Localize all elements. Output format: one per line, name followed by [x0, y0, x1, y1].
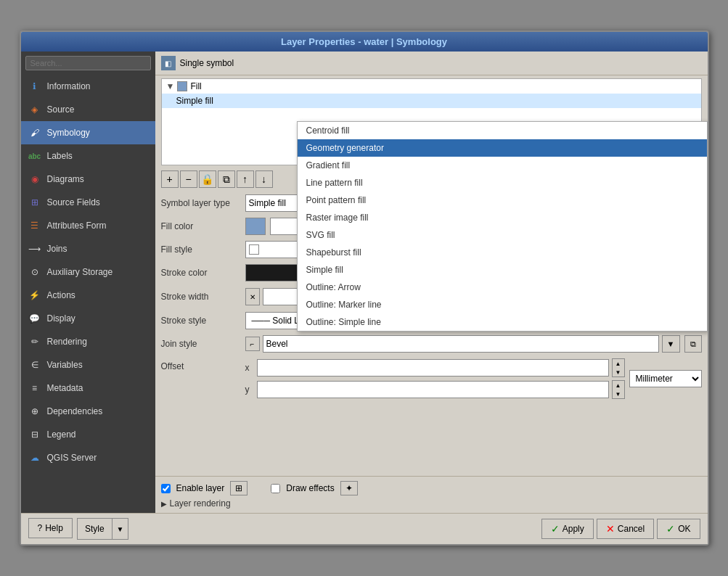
fill-color-swatch[interactable]: [245, 218, 266, 235]
layer-rendering-row[interactable]: ▶ Layer rendering: [161, 498, 702, 509]
cancel-label: Cancel: [618, 524, 645, 534]
dropdown-item-line-pattern-fill[interactable]: Line pattern fill: [298, 174, 707, 192]
offset-y-label: y: [245, 384, 254, 395]
dropdown-item-geometry-generator[interactable]: Geometry generator: [298, 139, 707, 157]
dropdown-item-outline-simple-line[interactable]: Outline: Simple line: [298, 313, 707, 331]
sidebar-label-symbology: Symbology: [47, 128, 90, 138]
offset-unit-select[interactable]: Millimeter Pixel: [629, 370, 702, 387]
sidebar-label-joins: Joins: [47, 244, 68, 254]
auxiliary-storage-icon: ⊙: [28, 266, 41, 279]
layer-rendering-triangle: ▶: [161, 500, 167, 508]
display-icon: 💬: [28, 312, 41, 325]
add-layer-button[interactable]: +: [161, 170, 179, 188]
offset-y-up-btn[interactable]: ▲: [613, 381, 624, 390]
draw-effects-icon-btn[interactable]: ✦: [340, 481, 358, 495]
tree-item-fill[interactable]: ▼ Fill: [162, 79, 701, 94]
attributes-form-icon: ☰: [28, 219, 41, 232]
apply-checkmark-icon: ✓: [551, 523, 560, 535]
sidebar-label-actions: Actions: [47, 290, 75, 300]
join-style-display: Bevel: [263, 335, 659, 353]
cancel-button[interactable]: ✕ Cancel: [597, 519, 654, 539]
sidebar-item-auxiliary-storage[interactable]: ⊙ Auxiliary Storage: [21, 260, 155, 284]
sidebar-item-source[interactable]: ◈ Source: [21, 98, 155, 121]
sidebar-item-source-fields[interactable]: ⊞ Source Fields: [21, 191, 155, 214]
offset-x-up-btn[interactable]: ▲: [613, 359, 624, 368]
duplicate-layer-button[interactable]: ⧉: [218, 170, 235, 188]
sidebar-item-display[interactable]: 💬 Display: [21, 307, 155, 330]
draw-effects-checkbox[interactable]: [271, 484, 280, 493]
joins-icon: ⟶: [28, 242, 41, 255]
dropdown-item-shapeburst-fill[interactable]: Shapeburst fill: [298, 244, 707, 261]
sidebar-item-qgis-server[interactable]: ☁ QGIS Server: [21, 446, 155, 469]
main-area: ℹ Information ◈ Source 🖌 Symbology abc L…: [21, 52, 708, 513]
title-bar: Layer Properties - water | Symbology: [21, 32, 708, 52]
offset-y-down-btn[interactable]: ▼: [613, 390, 624, 398]
rendering-icon: ✏: [28, 335, 41, 348]
stroke-style-label: Stroke style: [161, 316, 241, 326]
sidebar-label-qgis-server: QGIS Server: [47, 453, 97, 463]
bottom-bar: Enable layer ⊞ Draw effects ✦ ▶ Layer re…: [155, 476, 708, 513]
symbol-type-dropdown: Centroid fill Geometry generator Gradien…: [297, 121, 708, 332]
style-group: Style ▼: [77, 518, 129, 540]
stroke-width-clear-btn[interactable]: ✕: [245, 288, 260, 305]
move-down-button[interactable]: ↓: [255, 170, 273, 188]
sidebar-item-diagrams[interactable]: ◉ Diagrams: [21, 168, 155, 191]
search-input[interactable]: [25, 56, 151, 70]
dropdown-item-outline-arrow[interactable]: Outline: Arrow: [298, 279, 707, 296]
apply-label: Apply: [563, 524, 584, 534]
join-style-copy-btn[interactable]: ⧉: [684, 335, 702, 353]
sidebar-item-rendering[interactable]: ✏ Rendering: [21, 330, 155, 353]
variables-icon: ∈: [28, 358, 41, 371]
sidebar-item-legend[interactable]: ⊟ Legend: [21, 423, 155, 446]
dialog-title: Layer Properties - water | Symbology: [281, 36, 447, 47]
enable-layer-checkbox[interactable]: [161, 484, 171, 493]
search-bar: [21, 52, 155, 75]
fill-style-box: [249, 244, 259, 255]
offset-x-input[interactable]: 0.000000: [257, 359, 609, 377]
offset-y-input[interactable]: 0.000000: [257, 381, 609, 398]
dropdown-item-outline-marker-line[interactable]: Outline: Marker line: [298, 296, 707, 313]
sidebar-item-metadata[interactable]: ≡ Metadata: [21, 377, 155, 400]
dropdown-item-point-pattern-fill[interactable]: Point pattern fill: [298, 192, 707, 209]
stroke-color-label: Stroke color: [161, 268, 241, 278]
sidebar-item-information[interactable]: ℹ Information: [21, 75, 155, 98]
offset-y-row: y 0.000000 ▲ ▼: [245, 380, 625, 399]
footer-right: ✓ Apply ✕ Cancel ✓ OK: [541, 519, 700, 539]
offset-row: Offset x 0.000000 ▲ ▼ y 0.000000: [161, 358, 702, 399]
sidebar-item-labels[interactable]: abc Labels: [21, 144, 155, 168]
sidebar-item-actions[interactable]: ⚡ Actions: [21, 284, 155, 307]
dropdown-item-centroid-fill[interactable]: Centroid fill: [298, 122, 707, 139]
dropdown-item-svg-fill[interactable]: SVG fill: [298, 226, 707, 244]
dropdown-item-raster-image-fill[interactable]: Raster image fill: [298, 209, 707, 226]
sidebar-item-joins[interactable]: ⟶ Joins: [21, 237, 155, 260]
help-button[interactable]: ? Help: [28, 518, 73, 538]
tree-item-simple-fill[interactable]: Simple fill: [162, 94, 701, 108]
join-style-dropdown-btn[interactable]: ▼: [662, 335, 680, 353]
fill-color-preview: [177, 81, 187, 91]
enable-layer-icon-btn[interactable]: ⊞: [230, 481, 248, 495]
ok-button[interactable]: ✓ OK: [657, 519, 700, 539]
sidebar-item-variables[interactable]: ∈ Variables: [21, 353, 155, 377]
symbology-icon: 🖌: [28, 126, 41, 139]
lock-layer-button[interactable]: 🔒: [199, 170, 216, 188]
style-dropdown-arrow[interactable]: ▼: [112, 519, 128, 539]
offset-x-down-btn[interactable]: ▼: [613, 368, 624, 377]
join-style-controls: ⌐ Bevel ▼: [245, 335, 680, 353]
help-icon: ?: [38, 523, 43, 533]
join-style-row: Join style ⌐ Bevel ▼ ⧉: [161, 335, 702, 353]
style-button[interactable]: Style: [78, 519, 112, 539]
sidebar-item-attributes-form[interactable]: ☰ Attributes Form: [21, 214, 155, 237]
remove-layer-button[interactable]: −: [180, 170, 197, 188]
offset-x-label: x: [245, 363, 254, 373]
join-style-value: Bevel: [266, 339, 288, 349]
layer-properties-dialog: Layer Properties - water | Symbology ℹ I…: [20, 30, 709, 546]
move-up-button[interactable]: ↑: [237, 170, 254, 188]
apply-button[interactable]: ✓ Apply: [541, 519, 594, 539]
enable-layer-label: Enable layer: [176, 483, 225, 493]
footer-left: ? Help Style ▼: [28, 518, 129, 540]
sidebar-item-dependencies[interactable]: ⊕ Dependencies: [21, 400, 155, 423]
sidebar-label-dependencies: Dependencies: [47, 406, 103, 416]
dropdown-item-simple-fill[interactable]: Simple fill: [298, 261, 707, 279]
dropdown-item-gradient-fill[interactable]: Gradient fill: [298, 157, 707, 174]
sidebar-item-symbology[interactable]: 🖌 Symbology: [21, 121, 155, 144]
